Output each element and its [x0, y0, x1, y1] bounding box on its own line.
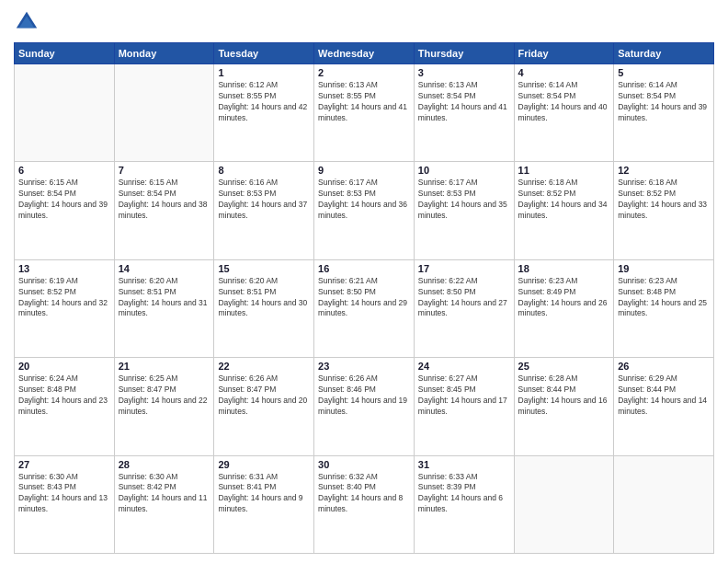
day-info: Sunrise: 6:14 AMSunset: 8:54 PMDaylight:…: [618, 80, 710, 124]
calendar-cell: 19Sunrise: 6:23 AMSunset: 8:48 PMDayligh…: [614, 259, 714, 357]
day-number: 30: [318, 459, 410, 470]
calendar-cell: 31Sunrise: 6:33 AMSunset: 8:39 PMDayligh…: [414, 455, 514, 553]
logo: [14, 9, 43, 35]
calendar-cell: 6Sunrise: 6:15 AMSunset: 8:54 PMDaylight…: [15, 162, 115, 259]
day-number: 19: [618, 263, 710, 274]
calendar-cell: 2Sunrise: 6:13 AMSunset: 8:55 PMDaylight…: [314, 64, 415, 162]
day-info: Sunrise: 6:27 AMSunset: 8:45 PMDaylight:…: [418, 373, 510, 418]
calendar-header-wednesday: Wednesday: [314, 43, 415, 64]
calendar-cell: 17Sunrise: 6:22 AMSunset: 8:50 PMDayligh…: [414, 259, 514, 357]
calendar-cell: 29Sunrise: 6:31 AMSunset: 8:41 PMDayligh…: [214, 455, 314, 553]
day-number: 26: [618, 361, 710, 372]
calendar-header-friday: Friday: [514, 43, 614, 64]
calendar-cell: 9Sunrise: 6:17 AMSunset: 8:53 PMDaylight…: [314, 162, 415, 259]
day-info: Sunrise: 6:14 AMSunset: 8:54 PMDaylight:…: [518, 80, 610, 124]
day-info: Sunrise: 6:20 AMSunset: 8:51 PMDaylight:…: [119, 276, 210, 320]
day-info: Sunrise: 6:21 AMSunset: 8:50 PMDaylight:…: [318, 276, 410, 320]
day-info: Sunrise: 6:29 AMSunset: 8:44 PMDaylight:…: [618, 373, 710, 418]
header: [14, 9, 714, 35]
calendar-cell: 7Sunrise: 6:15 AMSunset: 8:54 PMDaylight…: [114, 162, 214, 259]
day-number: 7: [119, 165, 210, 176]
day-number: 10: [418, 165, 510, 176]
day-number: 28: [119, 459, 210, 470]
calendar-cell: 1Sunrise: 6:12 AMSunset: 8:55 PMDaylight…: [214, 64, 314, 162]
calendar-cell: 16Sunrise: 6:21 AMSunset: 8:50 PMDayligh…: [314, 259, 415, 357]
calendar-cell: [614, 455, 714, 553]
calendar-week-5: 27Sunrise: 6:30 AMSunset: 8:43 PMDayligh…: [15, 455, 714, 553]
calendar-header-row: SundayMondayTuesdayWednesdayThursdayFrid…: [15, 43, 714, 64]
day-number: 3: [418, 67, 510, 78]
day-number: 29: [218, 459, 310, 470]
calendar-cell: 11Sunrise: 6:18 AMSunset: 8:52 PMDayligh…: [514, 162, 614, 259]
calendar-cell: 25Sunrise: 6:28 AMSunset: 8:44 PMDayligh…: [514, 358, 614, 455]
calendar-cell: 3Sunrise: 6:13 AMSunset: 8:54 PMDaylight…: [414, 64, 514, 162]
day-number: 20: [18, 361, 110, 372]
day-number: 9: [318, 165, 410, 176]
day-info: Sunrise: 6:17 AMSunset: 8:53 PMDaylight:…: [418, 178, 510, 222]
calendar-cell: 8Sunrise: 6:16 AMSunset: 8:53 PMDaylight…: [214, 162, 314, 259]
day-number: 23: [318, 361, 410, 372]
day-info: Sunrise: 6:24 AMSunset: 8:48 PMDaylight:…: [18, 373, 110, 418]
day-info: Sunrise: 6:32 AMSunset: 8:40 PMDaylight:…: [318, 472, 410, 516]
calendar-cell: 14Sunrise: 6:20 AMSunset: 8:51 PMDayligh…: [114, 259, 214, 357]
calendar-week-3: 13Sunrise: 6:19 AMSunset: 8:52 PMDayligh…: [15, 259, 714, 357]
logo-icon: [14, 9, 40, 35]
day-number: 8: [218, 165, 310, 176]
day-number: 31: [418, 459, 510, 470]
calendar-cell: 12Sunrise: 6:18 AMSunset: 8:52 PMDayligh…: [614, 162, 714, 259]
day-info: Sunrise: 6:22 AMSunset: 8:50 PMDaylight:…: [418, 276, 510, 320]
calendar-cell: [15, 64, 115, 162]
calendar-cell: 26Sunrise: 6:29 AMSunset: 8:44 PMDayligh…: [614, 358, 714, 455]
day-number: 21: [119, 361, 210, 372]
day-number: 11: [518, 165, 610, 176]
day-number: 15: [218, 263, 310, 274]
day-info: Sunrise: 6:31 AMSunset: 8:41 PMDaylight:…: [218, 472, 310, 516]
calendar-cell: 18Sunrise: 6:23 AMSunset: 8:49 PMDayligh…: [514, 259, 614, 357]
day-number: 22: [218, 361, 310, 372]
day-number: 17: [418, 263, 510, 274]
day-info: Sunrise: 6:26 AMSunset: 8:47 PMDaylight:…: [218, 373, 310, 418]
day-number: 4: [518, 67, 610, 78]
day-info: Sunrise: 6:18 AMSunset: 8:52 PMDaylight:…: [618, 178, 710, 222]
day-info: Sunrise: 6:33 AMSunset: 8:39 PMDaylight:…: [418, 472, 510, 516]
calendar-cell: 13Sunrise: 6:19 AMSunset: 8:52 PMDayligh…: [15, 259, 115, 357]
calendar-header-sunday: Sunday: [15, 43, 115, 64]
calendar-cell: [514, 455, 614, 553]
calendar-cell: 28Sunrise: 6:30 AMSunset: 8:42 PMDayligh…: [114, 455, 214, 553]
calendar-week-4: 20Sunrise: 6:24 AMSunset: 8:48 PMDayligh…: [15, 358, 714, 455]
day-number: 25: [518, 361, 610, 372]
day-info: Sunrise: 6:15 AMSunset: 8:54 PMDaylight:…: [18, 178, 110, 222]
calendar-header-monday: Monday: [114, 43, 214, 64]
day-number: 2: [318, 67, 410, 78]
calendar-cell: [114, 64, 214, 162]
day-info: Sunrise: 6:25 AMSunset: 8:47 PMDaylight:…: [119, 373, 210, 418]
calendar-cell: 23Sunrise: 6:26 AMSunset: 8:46 PMDayligh…: [314, 358, 415, 455]
day-number: 16: [318, 263, 410, 274]
day-info: Sunrise: 6:18 AMSunset: 8:52 PMDaylight:…: [518, 178, 610, 222]
day-number: 18: [518, 263, 610, 274]
calendar-cell: 5Sunrise: 6:14 AMSunset: 8:54 PMDaylight…: [614, 64, 714, 162]
day-info: Sunrise: 6:28 AMSunset: 8:44 PMDaylight:…: [518, 373, 610, 418]
calendar-table: SundayMondayTuesdayWednesdayThursdayFrid…: [14, 42, 714, 554]
calendar-week-2: 6Sunrise: 6:15 AMSunset: 8:54 PMDaylight…: [15, 162, 714, 259]
day-info: Sunrise: 6:15 AMSunset: 8:54 PMDaylight:…: [119, 178, 210, 222]
day-number: 1: [218, 67, 310, 78]
day-info: Sunrise: 6:13 AMSunset: 8:55 PMDaylight:…: [318, 80, 410, 124]
day-info: Sunrise: 6:17 AMSunset: 8:53 PMDaylight:…: [318, 178, 410, 222]
day-number: 14: [119, 263, 210, 274]
day-info: Sunrise: 6:23 AMSunset: 8:49 PMDaylight:…: [518, 276, 610, 320]
day-info: Sunrise: 6:20 AMSunset: 8:51 PMDaylight:…: [218, 276, 310, 320]
calendar-cell: 21Sunrise: 6:25 AMSunset: 8:47 PMDayligh…: [114, 358, 214, 455]
day-info: Sunrise: 6:12 AMSunset: 8:55 PMDaylight:…: [218, 80, 310, 124]
day-number: 24: [418, 361, 510, 372]
calendar-cell: 24Sunrise: 6:27 AMSunset: 8:45 PMDayligh…: [414, 358, 514, 455]
calendar-cell: 30Sunrise: 6:32 AMSunset: 8:40 PMDayligh…: [314, 455, 415, 553]
calendar-header-saturday: Saturday: [614, 43, 714, 64]
day-info: Sunrise: 6:19 AMSunset: 8:52 PMDaylight:…: [18, 276, 110, 320]
calendar-cell: 10Sunrise: 6:17 AMSunset: 8:53 PMDayligh…: [414, 162, 514, 259]
day-info: Sunrise: 6:26 AMSunset: 8:46 PMDaylight:…: [318, 373, 410, 418]
calendar-header-thursday: Thursday: [414, 43, 514, 64]
day-number: 6: [18, 165, 110, 176]
day-number: 27: [18, 459, 110, 470]
calendar-cell: 20Sunrise: 6:24 AMSunset: 8:48 PMDayligh…: [15, 358, 115, 455]
